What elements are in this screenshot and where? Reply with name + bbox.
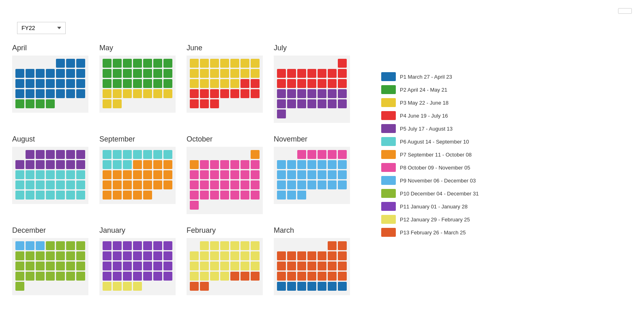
month-block-march: March <box>274 226 361 295</box>
day-cell <box>66 191 75 199</box>
day-cell <box>200 170 209 179</box>
day-cell <box>66 251 75 260</box>
day-cell <box>36 180 45 189</box>
calendar-row <box>103 191 172 199</box>
day-cell <box>240 191 249 199</box>
close-button[interactable] <box>618 8 632 14</box>
day-cell <box>287 170 296 179</box>
day-cell <box>277 109 286 118</box>
calendar-row <box>15 241 85 250</box>
calendar-row <box>103 150 172 159</box>
day-cell <box>277 241 286 250</box>
day-cell <box>287 180 296 189</box>
day-cell <box>26 191 34 199</box>
day-cell <box>328 59 337 68</box>
day-cell <box>113 170 122 179</box>
calendar-row <box>15 272 85 281</box>
day-cell <box>123 241 132 250</box>
day-cell <box>287 160 296 169</box>
day-cell <box>277 79 286 88</box>
day-cell <box>287 282 296 291</box>
day-cell <box>230 262 239 270</box>
day-cell <box>103 89 112 98</box>
month-block-november: November <box>274 135 361 214</box>
legend-item-p10: P10 December 04 - December 31 <box>381 189 632 198</box>
day-cell <box>15 241 24 250</box>
year-select[interactable]: FY22 FY23 <box>17 22 66 34</box>
day-cell <box>143 180 152 189</box>
day-cell <box>318 59 326 68</box>
day-cell <box>133 89 142 98</box>
day-cell <box>113 150 122 159</box>
day-cell <box>318 79 326 88</box>
day-cell <box>210 69 219 78</box>
day-cell <box>220 272 229 281</box>
day-cell <box>240 89 249 98</box>
day-cell <box>318 89 326 98</box>
day-cell <box>163 89 172 98</box>
legend-item-p1: P1 March 27 - April 23 <box>381 72 632 81</box>
legend-label-p1: P1 March 27 - April 23 <box>400 74 452 80</box>
day-cell <box>240 180 249 189</box>
calendar-row <box>15 59 85 68</box>
calendar-row <box>103 99 172 108</box>
day-cell <box>287 241 296 250</box>
day-cell <box>153 69 162 78</box>
day-cell <box>123 191 132 199</box>
day-cell <box>56 99 65 108</box>
day-cell <box>220 251 229 260</box>
calendar-row <box>103 282 172 291</box>
day-cell <box>210 99 219 108</box>
calendar-row <box>15 170 85 179</box>
day-cell <box>143 191 152 199</box>
day-cell <box>26 150 34 159</box>
day-cell <box>251 262 260 270</box>
day-cell <box>297 150 306 159</box>
day-cell <box>56 170 65 179</box>
day-cell <box>328 282 337 291</box>
legend-swatch-p12 <box>381 215 396 224</box>
month-block-may: May <box>99 44 187 123</box>
calendar-row <box>103 69 172 78</box>
calendar-row <box>15 160 85 169</box>
year-selector-row: FY22 FY23 <box>12 22 632 34</box>
legend-swatch-p8 <box>381 163 396 172</box>
day-cell <box>307 109 316 118</box>
mini-calendar-september <box>99 147 176 204</box>
month-name-july: July <box>274 44 361 52</box>
day-cell <box>66 59 75 68</box>
day-cell <box>338 99 347 108</box>
day-cell <box>103 262 112 270</box>
day-cell <box>76 272 85 281</box>
calendar-row <box>103 79 172 88</box>
day-cell <box>133 272 142 281</box>
day-cell <box>328 150 337 159</box>
day-cell <box>76 150 85 159</box>
day-cell <box>143 241 152 250</box>
day-cell <box>133 160 142 169</box>
day-cell <box>297 180 306 189</box>
calendar-row <box>15 150 85 159</box>
legend-swatch-p5 <box>381 124 396 133</box>
day-cell <box>76 282 85 291</box>
day-cell <box>297 69 306 78</box>
day-cell <box>200 59 209 68</box>
day-cell <box>287 79 296 88</box>
mini-calendar-february <box>187 238 263 295</box>
day-cell <box>287 272 296 281</box>
month-name-november: November <box>274 135 361 144</box>
day-cell <box>113 160 122 169</box>
day-cell <box>230 79 239 88</box>
mini-calendar-march <box>274 238 350 295</box>
day-cell <box>318 160 326 169</box>
day-cell <box>190 201 199 210</box>
day-cell <box>338 180 347 189</box>
day-cell <box>190 160 199 169</box>
day-cell <box>318 69 326 78</box>
day-cell <box>338 109 347 118</box>
legend-label-p13: P13 February 26 - March 25 <box>400 229 466 236</box>
day-cell <box>328 109 337 118</box>
day-cell <box>190 99 199 108</box>
day-cell <box>26 59 34 68</box>
day-cell <box>56 160 65 169</box>
